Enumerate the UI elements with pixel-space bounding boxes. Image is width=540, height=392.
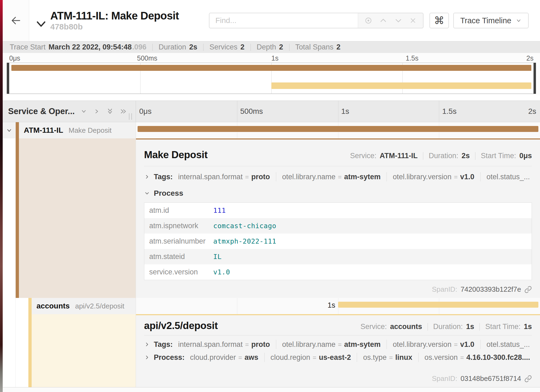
divider [203,44,204,51]
collapse-all-icon[interactable] [106,107,114,115]
tag-item: otel.status_... [486,173,530,181]
divider [386,340,387,349]
tag-item: otel.library.version=v1.0 [393,173,474,181]
span-bar-accounts[interactable] [338,302,539,308]
operation-name: api/v2.5/deposit [75,302,124,310]
span-duration-label: 1s [328,301,335,310]
expand-all-icon[interactable] [119,107,128,115]
divider [251,44,251,51]
trace-view-selector-label: Trace Timeline [460,16,511,25]
divider [480,340,481,349]
process-row[interactable]: atm.id 111 [144,203,532,218]
gutter [3,314,16,387]
back-button[interactable] [3,0,29,41]
span-detail-left-rail [3,314,136,387]
divider [475,152,475,160]
trace-minimap[interactable]: 0μs 500ms 1s 1.5s 2s [3,53,540,95]
service-name: accounts [36,302,70,310]
tags-label: Tags: [154,173,173,181]
minimap-right-handle[interactable] [534,63,536,94]
process-section-toggle[interactable]: Process [144,189,532,198]
find-group [209,13,424,28]
minimap-tick: 1.5s [406,54,418,62]
keyboard-shortcuts-button[interactable]: ⌘ [429,13,449,28]
copy-link-icon[interactable] [524,375,532,383]
trace-duration: Duration 2s [159,43,197,51]
trace-id-short: 478b80b [50,22,179,31]
tags-row[interactable]: Tags: internal.span.format=proto otel.li… [144,340,532,349]
span-row-atm[interactable]: ATM-111-IL Make Deposit [3,122,540,138]
process-row[interactable]: atm.stateid IL [144,249,532,264]
window-edge-decoration [0,0,3,392]
timeline-tick: 1s [341,107,349,116]
span-detail-panel-accounts: api/v2.5/deposit Service: accounts Durat… [136,314,540,387]
divider [480,172,481,181]
span-detail-row-atm: Make Deposit Service: ATM-111-IL Duratio… [3,138,540,298]
trace-view-selector[interactable]: Trace Timeline [453,13,529,28]
process-item: os.version=4.16.10-300.fc28.... [425,353,530,362]
chevron-down-icon [516,18,522,24]
tag-item: internal.span.format=proto [178,173,270,181]
service-shade [19,138,136,298]
process-row[interactable]: service.version v1.0 [144,264,532,280]
tags-row[interactable]: Tags: internal.span.format=proto otel.li… [144,172,532,181]
next-match-icon[interactable] [394,16,402,25]
collapse-trace-header-icon[interactable] [36,20,46,28]
top-bar: ATM-111-IL: Make Deposit 478b80b [3,0,540,41]
detail-title: api/v2.5/deposit [144,320,218,331]
find-input[interactable] [209,13,358,28]
bottom-edge [3,387,540,392]
column-resize-handle[interactable] [129,113,132,120]
timeline-tick: 500ms [240,107,263,116]
span-detail-panel-atm: Make Deposit Service: ATM-111-IL Duratio… [136,138,540,298]
divider [152,44,153,51]
service-color-rail [16,122,19,138]
service-color-rail [28,298,32,314]
chevron-down-icon [144,190,150,196]
prev-match-icon[interactable] [379,16,387,25]
copy-link-icon[interactable] [524,286,532,293]
timeline-tick: 2s [528,107,536,116]
service-color-rail [28,314,32,387]
service-color-rail [16,138,19,298]
expand-one-icon[interactable] [93,108,101,115]
chevron-right-icon[interactable] [144,341,150,347]
minimap-span-bar-atm [11,65,531,71]
process-table: atm.id 111 atm.ispnetwork comcast-chicag… [144,202,532,280]
chevron-right-icon[interactable] [144,174,150,180]
match-locate-icon[interactable] [364,16,372,25]
tag-item: otel.library.name=atm-sytem [282,173,381,181]
minimap-viewport[interactable] [9,63,534,94]
detail-meta: Service: ATM-111-IL Duration: 2s Start T… [350,152,532,160]
minimap-left-handle[interactable] [7,63,9,94]
divider [264,353,265,362]
span-row-accounts[interactable]: accounts api/v2.5/deposit 1s [3,298,540,314]
divider [357,353,357,362]
divider [276,172,276,181]
detail-meta: Service: accounts Duration: 1s Start Tim… [361,323,532,331]
trace-start: Trace Start March 22 2022, 09:54:48 .096 [10,43,146,51]
chevron-right-icon[interactable] [144,354,150,360]
span-detail-left-rail [3,138,136,298]
trace-view: ATM-111-IL: Make Deposit 478b80b [3,0,540,392]
gutter [16,298,28,314]
gutter [16,314,28,387]
process-row-inline[interactable]: Process: cloud.provider=aws cloud.region… [144,353,532,362]
timeline-tick: 1.5s [442,107,456,116]
minimap-tick: 0μs [9,54,20,62]
collapse-span-icon[interactable] [3,127,16,134]
jaeger-trace-page: ATM-111-IL: Make Deposit 478b80b [0,0,540,392]
titles: ATM-111-IL: Make Deposit 478b80b [50,10,179,32]
span-id-value: 742003393b122f7e [461,285,521,294]
span-row-atm-timeline[interactable] [136,122,540,138]
span-id-value: 03148be6751f8714 [461,374,521,383]
gridline [439,101,439,122]
span-bar-atm[interactable] [138,126,538,132]
span-row-accounts-timeline[interactable]: 1s [136,298,540,314]
clear-find-icon[interactable] [409,17,417,24]
gutter [3,138,16,298]
divider [423,152,423,160]
process-row[interactable]: atm.ispnetwork comcast-chicago [144,218,532,234]
process-row[interactable]: atm.serialnumber atmxph-2022-111 [144,234,532,249]
collapse-one-icon[interactable] [80,108,88,115]
